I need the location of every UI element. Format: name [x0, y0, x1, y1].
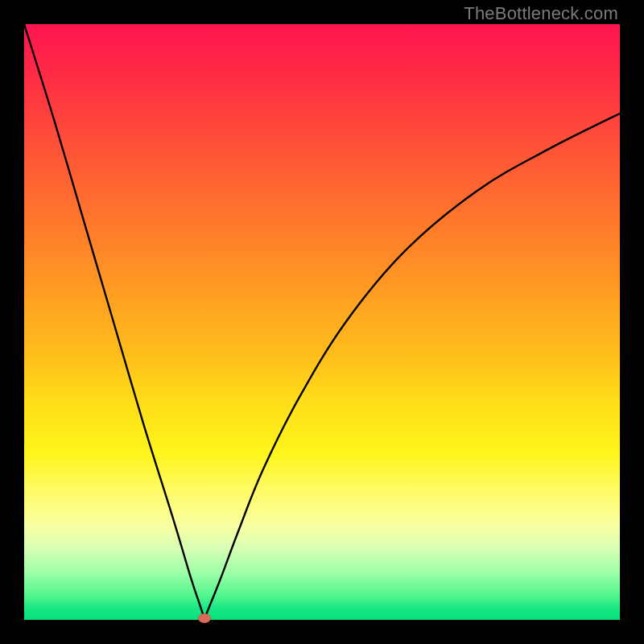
attribution-label: TheBottleneck.com [464, 3, 618, 24]
bottleneck-curve [24, 24, 620, 620]
minimum-marker [198, 613, 211, 623]
chart-container: TheBottleneck.com [0, 0, 644, 644]
plot-area [24, 24, 620, 620]
